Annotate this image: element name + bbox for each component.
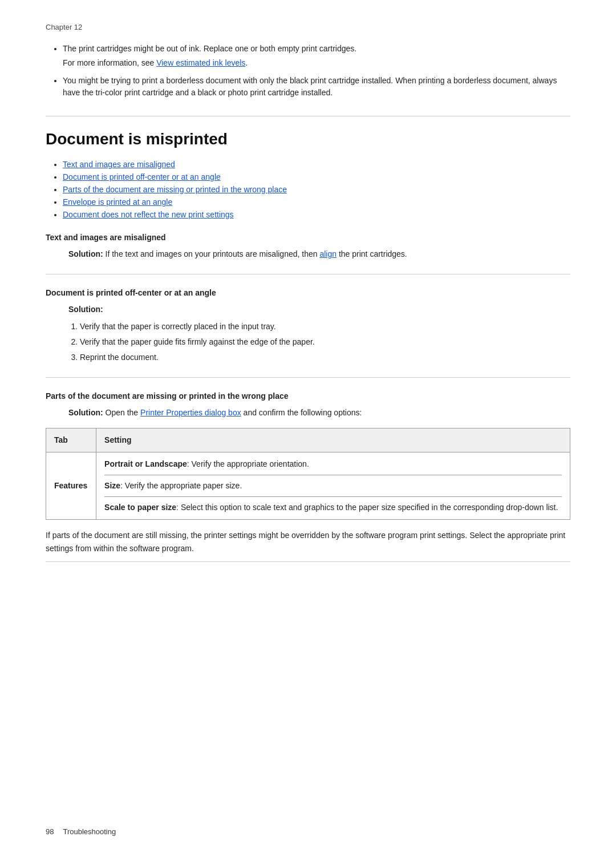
setting-3: Scale to paper size: Select this option … [104,502,562,514]
settings-table: Tab Setting Features Portrait or Landsca… [46,428,570,520]
solution-intro-3: Open the [106,408,141,417]
intro-bullet-1: The print cartridges might be out of ink… [63,43,570,69]
setting-1-bold: Portrait or Landscape [104,459,187,468]
footer-section: Troubleshooting [63,827,116,836]
solution-label-1: Solution: [68,249,103,258]
section-divider-bottom [46,561,570,562]
toc-link-3[interactable]: Parts of the document are missing or pri… [63,185,287,194]
intro-bullet-2: You might be trying to print a borderles… [63,75,570,99]
subsection-misaligned: Text and images are misaligned Solution:… [46,233,570,260]
view-ink-levels-link[interactable]: View estimated ink levels [156,58,245,67]
footer: 98 Troubleshooting [46,827,570,836]
subsection-misaligned-title: Text and images are misaligned [46,233,570,242]
table-col2-header: Setting [96,428,570,452]
subsection-missing-solution: Solution: Open the Printer Properties di… [68,406,570,419]
setting-2-text: : Verify the appropriate paper size. [120,481,242,490]
toc-item-2: Document is printed off-center or at an … [63,172,570,181]
toc-link-5[interactable]: Document does not reflect the new print … [63,210,234,219]
setting-1-text: : Verify the appropriate orientation. [187,459,309,468]
step-1: Verify that the paper is correctly place… [80,321,570,333]
toc-link-2[interactable]: Document is printed off-center or at an … [63,172,221,181]
toc-list: Text and images are misaligned Document … [63,160,570,219]
toc-item-1: Text and images are misaligned [63,160,570,169]
section-divider-2 [46,377,570,378]
toc-item-5: Document does not reflect the new print … [63,210,570,219]
section-divider-top [46,116,570,116]
setting-3-bold: Scale to paper size [104,503,176,512]
solution-label-2: Solution: [68,305,103,314]
subsection-missing-title: Parts of the document are missing or pri… [46,391,570,401]
setting-1: Portrait or Landscape: Verify the approp… [104,458,562,475]
chapter-label: Chapter 12 [46,23,570,31]
printer-properties-link[interactable]: Printer Properties dialog box [140,408,241,417]
solution-label-3: Solution: [68,408,103,417]
table-row-tab: Features [46,452,96,520]
step-3: Reprint the document. [80,351,570,363]
table-row-settings: Portrait or Landscape: Verify the approp… [96,452,570,520]
table-col1-header: Tab [46,428,96,452]
after-table-text: If parts of the document are still missi… [46,529,570,555]
footer-page-number: 98 [46,827,54,836]
solution-intro2-3: and confirm the following options: [241,408,362,417]
page: Chapter 12 The print cartridges might be… [0,0,616,853]
setting-2: Size: Verify the appropriate paper size. [104,480,562,497]
subsection-offcenter: Document is printed off-center or at an … [46,288,570,363]
toc-link-1[interactable]: Text and images are misaligned [63,160,175,169]
subsection-offcenter-solution: Solution: Verify that the paper is corre… [68,303,570,363]
subsection-missing: Parts of the document are missing or pri… [46,391,570,555]
toc-item-3: Parts of the document are missing or pri… [63,185,570,194]
intro-bullets: The print cartridges might be out of ink… [63,43,570,99]
steps-list: Verify that the paper is correctly place… [80,321,570,363]
section-divider-1 [46,274,570,274]
subsection-misaligned-solution: Solution: If the text and images on your… [68,248,570,260]
setting-3-text: : Select this option to scale text and g… [176,503,558,512]
toc-link-4[interactable]: Envelope is printed at an angle [63,197,172,207]
section-title: Document is misprinted [46,130,570,148]
step-2: Verify that the paper guide fits firmly … [80,336,570,348]
toc-item-4: Envelope is printed at an angle [63,197,570,207]
table-header-row: Tab Setting [46,428,570,452]
table-row: Features Portrait or Landscape: Verify t… [46,452,570,520]
setting-2-bold: Size [104,481,120,490]
subsection-offcenter-title: Document is printed off-center or at an … [46,288,570,297]
align-link[interactable]: align [319,249,337,258]
intro-bullet-1-sub: For more information, see View estimated… [63,57,570,69]
